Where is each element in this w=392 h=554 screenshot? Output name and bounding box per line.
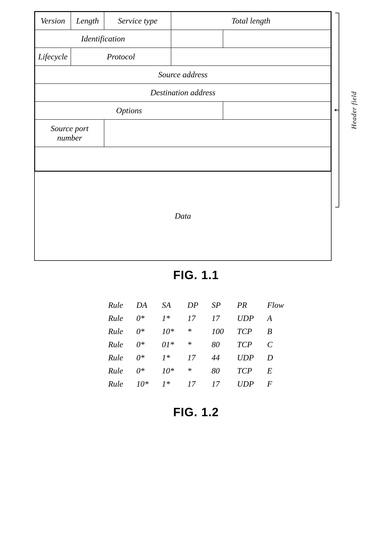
empty-header-cell <box>35 147 331 171</box>
rule-1-col-2: 1* <box>155 312 181 325</box>
rule-2-col-5: TCP <box>230 325 260 338</box>
flags-cell <box>171 30 223 48</box>
table-row: Lifecycle Protocol <box>35 48 331 66</box>
identification-cell: Identification <box>35 30 171 48</box>
rule-5-col-6: E <box>260 364 290 377</box>
fig1-container: Version Length Service type Total length… <box>15 11 377 282</box>
rule-2-col-6: B <box>260 325 290 338</box>
col-flow-header: Flow <box>260 298 290 312</box>
data-row: Data <box>35 171 331 260</box>
source-port-cell: Source port number <box>35 120 104 147</box>
rule-1-col-3: 17 <box>181 312 205 325</box>
rule-3-col-6: C <box>260 338 290 351</box>
destination-address-cell: Destination address <box>35 84 331 102</box>
rule-5-col-4: 80 <box>205 364 230 377</box>
col-rule-header: Rule <box>102 298 130 312</box>
col-sa-header: SA <box>155 298 181 312</box>
rule-5-col-2: 10* <box>155 364 181 377</box>
rule-1-col-4: 17 <box>205 312 230 325</box>
header-field-label: Header field <box>350 91 358 129</box>
rule-1-col-0: Rule <box>102 312 130 325</box>
protocol-cell: Protocol <box>71 48 171 66</box>
rule-6-col-2: 1* <box>155 377 181 391</box>
data-table: Data <box>35 171 331 260</box>
table-row: Source port number <box>35 120 331 147</box>
data-cell: Data <box>35 171 331 260</box>
rule-data-row-6: Rule 10* 1* 17 17 UDP F <box>102 377 290 391</box>
rule-4-col-2: 1* <box>155 351 181 364</box>
rule-2-col-2: 10* <box>155 325 181 338</box>
col-da-header: DA <box>130 298 155 312</box>
svg-marker-4 <box>334 109 336 111</box>
rule-4-col-5: UDP <box>230 351 260 364</box>
col-sp-header: SP <box>205 298 230 312</box>
rule-2-col-1: 0* <box>130 325 155 338</box>
rule-6-col-1: 10* <box>130 377 155 391</box>
length-cell: Length <box>71 12 104 30</box>
rule-6-col-4: 17 <box>205 377 230 391</box>
rule-data-row-5: Rule 0* 10* * 80 TCP E <box>102 364 290 377</box>
col-pr-header: PR <box>230 298 260 312</box>
header-field-text-wrapper: Header field <box>350 11 358 209</box>
options-cell: Options <box>35 102 223 120</box>
header-checksum-cell <box>171 48 331 66</box>
lifecycle-cell: Lifecycle <box>35 48 71 66</box>
rule-header-row: Rule DA SA DP SP PR Flow <box>102 298 290 312</box>
total-length-cell: Total length <box>171 12 331 30</box>
table-row: Identification <box>35 30 331 48</box>
rule-4-col-1: 0* <box>130 351 155 364</box>
rule-4-col-0: Rule <box>102 351 130 364</box>
destination-port-cell <box>104 120 331 147</box>
rule-2-col-4: 100 <box>205 325 230 338</box>
version-cell: Version <box>35 12 71 30</box>
rule-table: Rule DA SA DP SP PR Flow Rule 0* 1* 17 1… <box>102 298 290 391</box>
fig2-container: Rule DA SA DP SP PR Flow Rule 0* 1* 17 1… <box>15 298 377 419</box>
rule-3-col-4: 80 <box>205 338 230 351</box>
table-row: Destination address <box>35 84 331 102</box>
table-row <box>35 147 331 171</box>
rule-2-col-3: * <box>181 325 205 338</box>
rule-data-row-4: Rule 0* 1* 17 44 UDP D <box>102 351 290 364</box>
rule-data-row-3: Rule 0* 01* * 80 TCP C <box>102 338 290 351</box>
source-address-cell: Source address <box>35 66 331 84</box>
table-row: Source address <box>35 66 331 84</box>
col-dp-header: DP <box>181 298 205 312</box>
rule-6-col-6: F <box>260 377 290 391</box>
rule-3-col-2: 01* <box>155 338 181 351</box>
table-row: Options <box>35 102 331 120</box>
rule-5-col-1: 0* <box>130 364 155 377</box>
rule-1-col-5: UDP <box>230 312 260 325</box>
rule-5-col-0: Rule <box>102 364 130 377</box>
rule-data-row-2: Rule 0* 10* * 100 TCP B <box>102 325 290 338</box>
service-type-cell: Service type <box>104 12 171 30</box>
rule-5-col-3: * <box>181 364 205 377</box>
rule-6-col-5: UDP <box>230 377 260 391</box>
rule-3-col-3: * <box>181 338 205 351</box>
diagram-wrapper: Version Length Service type Total length… <box>34 11 358 261</box>
rule-4-col-3: 17 <box>181 351 205 364</box>
rule-3-col-0: Rule <box>102 338 130 351</box>
rule-2-col-0: Rule <box>102 325 130 338</box>
rule-3-col-5: TCP <box>230 338 260 351</box>
fragment-offset-cell <box>223 30 331 48</box>
rule-4-col-6: D <box>260 351 290 364</box>
rule-6-col-0: Rule <box>102 377 130 391</box>
fig1-title: FIG. 1.1 <box>173 268 219 282</box>
packet-diagram: Version Length Service type Total length… <box>34 11 332 261</box>
rule-3-col-1: 0* <box>130 338 155 351</box>
table-row: Version Length Service type Total length <box>35 12 331 30</box>
header-table: Version Length Service type Total length… <box>35 12 331 171</box>
rule-1-col-1: 0* <box>130 312 155 325</box>
rule-6-col-3: 17 <box>181 377 205 391</box>
rule-4-col-4: 44 <box>205 351 230 364</box>
rule-1-col-6: A <box>260 312 290 325</box>
rule-data-row-1: Rule 0* 1* 17 17 UDP A <box>102 312 290 325</box>
header-field-bracket: Header field <box>333 11 358 261</box>
bracket-svg <box>333 11 350 209</box>
fillout-cell <box>223 102 331 120</box>
fig2-title: FIG. 1.2 <box>173 405 219 419</box>
rule-5-col-5: TCP <box>230 364 260 377</box>
